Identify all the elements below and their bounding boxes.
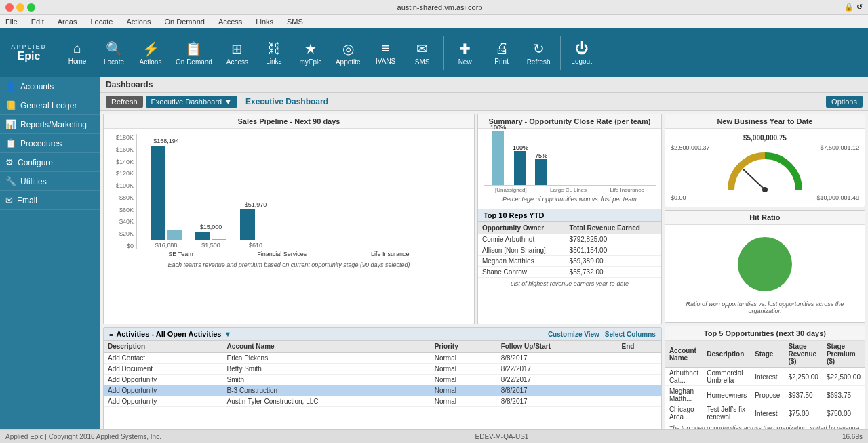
title-bar-right: 🔒↺	[844, 3, 863, 12]
toolbar-locate[interactable]: 🔍 Locate	[97, 38, 131, 68]
email-icon: ✉	[5, 195, 13, 205]
breadcrumb: Dashboards	[100, 77, 868, 93]
table-row: Connie Arbuthnot $792,825.00	[478, 234, 661, 245]
utilities-icon: 🔧	[5, 176, 16, 186]
toolbar-sms[interactable]: ✉ SMS	[406, 38, 439, 68]
customize-view-link[interactable]: Customize View	[548, 331, 599, 338]
url-bar: austin-shared.vm.asi.corp	[35, 3, 844, 12]
table-row: Arbuthnot Cat... Commercial Umbrella Int…	[665, 368, 865, 386]
right-panels: New Business Year to Date $5,000,000.75 …	[665, 114, 865, 442]
toolbar-divider2	[560, 36, 561, 70]
menu-ondemand[interactable]: On Demand	[162, 18, 208, 26]
new-icon: ✚	[459, 41, 471, 57]
toolbar: APPLIED Epic ⌂ Home 🔍 Locate ⚡ Actions 📋…	[0, 28, 868, 77]
menu-file[interactable]: File	[3, 18, 20, 26]
dropdown-icon[interactable]: ▼	[224, 330, 231, 338]
dashboard-content: Sales Pipeline - Next 90 days $180K$160K…	[100, 111, 868, 443]
locate-icon: 🔍	[106, 41, 123, 57]
accounts-icon: 👤	[5, 81, 16, 91]
select-columns-link[interactable]: Select Columns	[605, 331, 656, 338]
main-layout: 👤 Accounts 📒 General Ledger 📊 Reports/Ma…	[0, 77, 868, 443]
top5-table: Account Name Description Stage Stage Rev…	[665, 341, 865, 422]
activities-all-panel: ≡ Activities - All Open Activities ▼ Cus…	[103, 327, 662, 442]
svg-line-0	[743, 169, 765, 190]
ondemand-icon: 📋	[185, 41, 202, 57]
top10-header: Top 10 Reps YTD	[478, 209, 661, 222]
logout-icon: ⏻	[575, 41, 589, 56]
top5-header: Top 5 Opportunities (next 30 days)	[665, 326, 865, 341]
refresh-icon: ↻	[533, 41, 545, 57]
top5-panel: Top 5 Opportunities (next 30 days) Accou…	[665, 326, 865, 442]
top10-col-revenue: Total Revenue Earned	[566, 222, 661, 234]
list-icon: ≡	[109, 330, 113, 338]
sidebar-item-accounts[interactable]: 👤 Accounts	[0, 77, 100, 96]
appetite-icon: ◎	[342, 41, 354, 57]
dashboard-dropdown[interactable]: Executive Dashboard ▼	[146, 96, 237, 108]
top10-col-owner: Opportunity Owner	[478, 222, 566, 234]
sms-icon: ✉	[416, 41, 428, 57]
toolbar-ivans[interactable]: ≡ IVANS	[369, 38, 403, 68]
toolbar-ondemand[interactable]: 📋 On Demand	[170, 38, 218, 68]
table-row: Add Opportunity Smith Normal 8/22/2017	[104, 375, 661, 385]
sidebar-item-email[interactable]: ✉ Email	[0, 191, 100, 210]
hit-ratio-panel: Hit Ratio Ratio of won opportunities vs.…	[665, 210, 865, 323]
menu-sms[interactable]: SMS	[284, 18, 306, 26]
ivans-icon: ≡	[382, 41, 390, 56]
sales-pipeline-chart: $180K$160K$140K$120K$100K $80K$60K$40K$2…	[104, 129, 474, 278]
top10-table: Opportunity Owner Total Revenue Earned C…	[478, 222, 661, 278]
table-row: Shane Conrow $55,732.00	[478, 267, 661, 278]
minimize-btn[interactable]	[16, 3, 24, 12]
app-logo: APPLIED Epic	[5, 41, 52, 65]
newbiz-header: New Business Year to Date	[665, 114, 865, 129]
toolbar-print[interactable]: 🖨 Print	[485, 38, 519, 68]
sidebar-item-reports[interactable]: 📊 Reports/Marketing	[0, 115, 100, 134]
options-button[interactable]: Options	[826, 96, 863, 108]
hit-ratio-header: Hit Ratio	[665, 211, 865, 225]
sales-pipeline-note: Each team's revenue and premium based on…	[109, 259, 469, 271]
close-btn[interactable]	[5, 3, 14, 12]
menu-edit[interactable]: Edit	[28, 18, 47, 26]
toolbar-access[interactable]: ⊞ Access	[220, 38, 254, 68]
dashboard-title: Executive Dashboard	[245, 97, 328, 106]
sidebar-item-general-ledger[interactable]: 📒 General Ledger	[0, 96, 100, 115]
sidebar-item-procedures[interactable]: 📋 Procedures	[0, 134, 100, 153]
reports-icon: 📊	[5, 119, 16, 129]
toolbar-new[interactable]: ✚ New	[448, 38, 482, 68]
menu-locate[interactable]: Locate	[87, 18, 115, 26]
sales-pipeline-panel: Sales Pipeline - Next 90 days $180K$160K…	[103, 114, 475, 324]
status-bar: Applied Epic | Copyright 2016 Applied Sy…	[0, 429, 868, 443]
menu-actions[interactable]: Actions	[123, 18, 153, 26]
toolbar-myepic[interactable]: ★ myEpic	[294, 38, 328, 68]
maximize-btn[interactable]	[27, 3, 35, 12]
sidebar: 👤 Accounts 📒 General Ledger 📊 Reports/Ma…	[0, 77, 100, 443]
toolbar-links[interactable]: ⛓ Links	[257, 38, 291, 68]
sidebar-item-configure[interactable]: ⚙ Configure	[0, 153, 100, 172]
svg-point-1	[762, 187, 768, 192]
toolbar-logout[interactable]: ⏻ Logout	[565, 38, 599, 68]
top10-table-container[interactable]: Opportunity Owner Total Revenue Earned C…	[478, 222, 661, 278]
summary-panel: Summary - Opportunity Close Rate (per te…	[477, 114, 662, 324]
status-middle: EDEV-M-QA-US1	[475, 433, 529, 440]
menu-links[interactable]: Links	[253, 18, 276, 26]
refresh-button[interactable]: Refresh	[106, 96, 143, 108]
toolbar-appetite[interactable]: ◎ Appetite	[330, 38, 366, 68]
activities-table: Description Account Name Priority Follow…	[104, 341, 661, 407]
access-icon: ⊞	[231, 41, 243, 57]
procedures-icon: 📋	[5, 138, 16, 148]
chevron-down-icon: ▼	[224, 98, 232, 106]
toolbar-home[interactable]: ⌂ Home	[60, 38, 94, 68]
table-row: Allison [Non-Sharing] $501,154.00	[478, 245, 661, 256]
table-row: Add Document Betty Smith Normal 8/22/201…	[104, 364, 661, 375]
sidebar-item-utilities[interactable]: 🔧 Utilities	[0, 172, 100, 191]
title-bar: austin-shared.vm.asi.corp 🔒↺	[0, 0, 868, 15]
print-icon: 🖨	[495, 41, 509, 56]
table-row: Meghan Matthies $59,389.00	[478, 256, 661, 267]
actions-icon: ⚡	[142, 41, 159, 57]
toolbar-refresh[interactable]: ↻ Refresh	[521, 38, 556, 68]
menu-areas[interactable]: Areas	[55, 18, 80, 26]
status-right: 16.69s	[842, 433, 863, 440]
toolbar-actions[interactable]: ⚡ Actions	[134, 38, 167, 68]
menu-access[interactable]: Access	[216, 18, 245, 26]
myepic-icon: ★	[304, 41, 317, 57]
toolbar-divider	[443, 36, 444, 70]
